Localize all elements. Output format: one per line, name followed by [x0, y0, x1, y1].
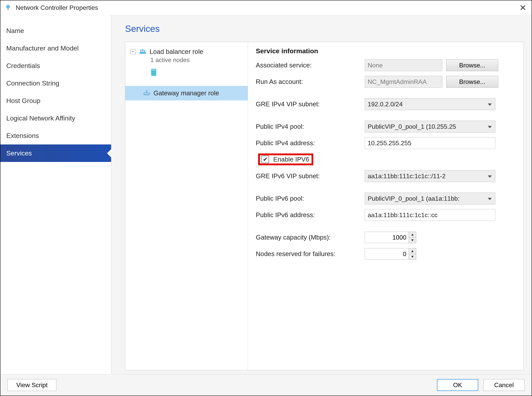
- close-icon[interactable]: ✕: [518, 3, 528, 12]
- run-as-field: [365, 76, 442, 88]
- public-ipv6-pool-select[interactable]: [365, 192, 495, 204]
- spinner-up-icon[interactable]: ▲: [409, 248, 416, 254]
- window: Network Controller Properties ✕ Name Man…: [0, 0, 532, 396]
- nodes-reserved-field[interactable]: [365, 248, 409, 260]
- nodes-reserved-stepper[interactable]: ▲▼: [409, 248, 416, 260]
- gateway-capacity-label: Gateway capacity (Mbps):: [256, 234, 365, 241]
- gre-ipv4-label: GRE IPv4 VIP subnet:: [256, 100, 365, 108]
- highlight-annotation: ✔ Enable IPV6: [258, 153, 313, 165]
- svg-rect-3: [140, 50, 141, 52]
- titlebar: Network Controller Properties ✕: [0, 0, 532, 15]
- enable-ipv6-checkbox[interactable]: ✔: [261, 156, 269, 163]
- svg-rect-4: [142, 49, 143, 52]
- svg-rect-1: [8, 8, 8, 10]
- node-icon[interactable]: [125, 68, 248, 78]
- cancel-button[interactable]: Cancel: [483, 379, 525, 391]
- sidebar-item-extensions[interactable]: Extensions: [0, 127, 111, 145]
- svg-rect-10: [144, 93, 149, 94]
- main-panel: Services − Load balancer role 1 active n…: [111, 15, 532, 374]
- gateway-capacity-stepper[interactable]: ▲▼: [409, 232, 416, 243]
- sidebar-item-credentials[interactable]: Credentials: [0, 57, 111, 75]
- nodes-reserved-label: Nodes reserved for failures:: [256, 250, 365, 258]
- spinner-down-icon[interactable]: ▼: [409, 238, 416, 243]
- sidebar-item-services[interactable]: Services: [0, 145, 111, 162]
- public-ipv6-pool-label: Public IPv6 pool:: [256, 195, 365, 202]
- svg-point-0: [6, 5, 10, 8]
- enable-ipv6-row: ✔ Enable IPV6: [256, 153, 518, 166]
- sidebar-item-logical-network-affinity[interactable]: Logical Network Affinity: [0, 110, 111, 127]
- tree-subtext: 1 active nodes: [125, 57, 248, 64]
- svg-rect-7: [152, 70, 155, 70]
- enable-ipv6-label: Enable IPV6: [273, 156, 309, 163]
- body: Name Manufacturer and Model Credentials …: [0, 15, 532, 374]
- sidebar-item-host-group[interactable]: Host Group: [0, 92, 111, 110]
- service-form: Service information Associated service: …: [248, 42, 524, 370]
- public-ipv4-address-field[interactable]: [365, 137, 495, 149]
- public-ipv6-address-label: Public IPv6 address:: [256, 211, 365, 219]
- gre-ipv6-label: GRE IPv6 VIP subnet:: [256, 172, 365, 180]
- view-script-button[interactable]: View Script: [7, 379, 56, 391]
- svg-rect-5: [144, 50, 145, 52]
- window-title: Network Controller Properties: [16, 4, 518, 12]
- spinner-down-icon[interactable]: ▼: [409, 254, 416, 260]
- associated-service-label: Associated service:: [256, 62, 365, 69]
- footer: View Script OK Cancel: [0, 374, 532, 396]
- section-header: Service information: [256, 47, 518, 55]
- browse-service-button[interactable]: Browse...: [446, 59, 498, 71]
- svg-rect-2: [140, 52, 146, 54]
- public-ipv4-pool-label: Public IPv4 pool:: [256, 123, 365, 130]
- browse-run-as-button[interactable]: Browse...: [446, 76, 498, 88]
- public-ipv6-address-field[interactable]: [365, 209, 495, 221]
- public-ipv4-pool-select[interactable]: [365, 121, 495, 133]
- collapse-icon[interactable]: −: [130, 49, 136, 54]
- tree-item-load-balancer[interactable]: − Load balancer role: [125, 46, 248, 56]
- content-box: − Load balancer role 1 active nodes: [125, 42, 524, 370]
- associated-service-field: [365, 59, 442, 71]
- spinner-up-icon[interactable]: ▲: [409, 232, 416, 238]
- sidebar-item-manufacturer-model[interactable]: Manufacturer and Model: [0, 40, 111, 57]
- run-as-label: Run As account:: [256, 78, 365, 86]
- gre-ipv6-select[interactable]: [365, 170, 495, 182]
- load-balancer-icon: [139, 48, 147, 55]
- sidebar: Name Manufacturer and Model Credentials …: [0, 15, 111, 374]
- tree-item-label: Gateway manager role: [153, 89, 219, 97]
- gateway-icon: [143, 89, 150, 97]
- gre-ipv4-select[interactable]: [365, 98, 495, 110]
- public-ipv4-address-label: Public IPv4 address:: [256, 139, 365, 147]
- gateway-capacity-field[interactable]: [365, 232, 409, 243]
- sidebar-item-connection-string[interactable]: Connection String: [0, 75, 111, 92]
- tree-item-label: Load balancer role: [150, 48, 203, 55]
- page-title: Services: [125, 23, 524, 34]
- role-tree: − Load balancer role 1 active nodes: [125, 42, 248, 370]
- app-icon: [4, 4, 12, 12]
- tree-item-gateway-manager[interactable]: Gateway manager role: [125, 86, 248, 100]
- ok-button[interactable]: OK: [437, 379, 478, 391]
- svg-rect-9: [146, 90, 147, 93]
- sidebar-item-name[interactable]: Name: [0, 22, 111, 40]
